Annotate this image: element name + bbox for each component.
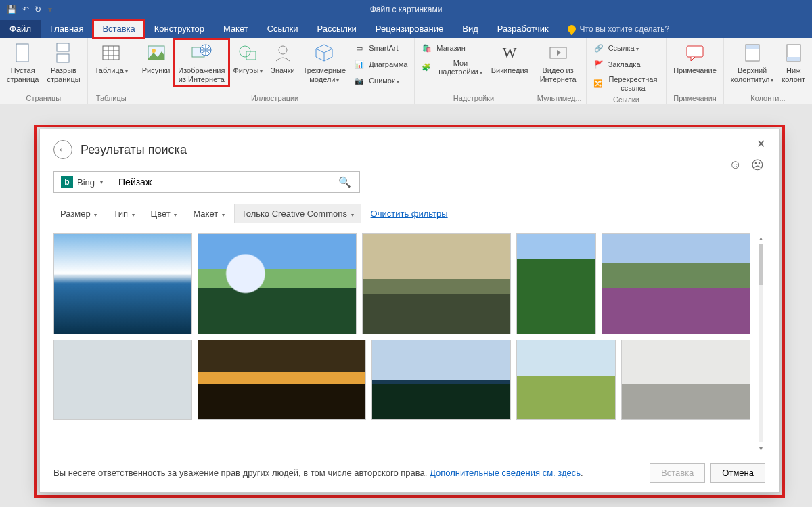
- filter-bar: Размер ▾ Тип ▾ Цвет ▾ Макет ▾ Только Cre…: [53, 204, 765, 223]
- svg-rect-4: [103, 46, 119, 60]
- shapes-button[interactable]: Фигуры▾: [230, 41, 265, 76]
- scroll-down-icon[interactable]: ▾: [759, 445, 763, 452]
- footer-label: Ниж колонт: [782, 66, 805, 83]
- online-video-button[interactable]: Видео из Интернета: [537, 41, 579, 85]
- header-button[interactable]: Верхний колонтитул▾: [728, 41, 777, 85]
- scroll-up-icon[interactable]: ▴: [759, 234, 763, 242]
- tab-developer[interactable]: Разработчик: [488, 20, 558, 38]
- link-button[interactable]: 🔗Ссылка▾: [591, 41, 662, 56]
- search-provider[interactable]: bBing▾: [53, 171, 110, 193]
- store-button[interactable]: 🛍️Магазин: [419, 41, 488, 56]
- result-thumb[interactable]: [362, 233, 511, 334]
- icons-button[interactable]: Значки: [268, 41, 297, 76]
- blank-page-label: Пустая страница: [7, 66, 39, 83]
- ribbon-tabs: Файл Главная Вставка Конструктор Макет С…: [0, 19, 812, 38]
- svg-point-15: [279, 46, 287, 54]
- tab-review[interactable]: Рецензирование: [366, 20, 453, 38]
- online-pictures-icon: [191, 42, 212, 64]
- filter-color[interactable]: Цвет ▾: [144, 204, 184, 223]
- svg-rect-1: [16, 44, 28, 62]
- store-icon: 🛍️: [422, 43, 432, 53]
- crossref-icon: 🔀: [593, 79, 603, 89]
- result-thumb[interactable]: [53, 233, 192, 334]
- screenshot-icon: 📷: [354, 75, 365, 86]
- group-headerfooter-label: Колонти...: [728, 93, 808, 102]
- icons-label: Значки: [271, 66, 294, 75]
- tab-file[interactable]: Файл: [0, 20, 41, 38]
- filter-size[interactable]: Размер ▾: [53, 204, 104, 223]
- tab-home[interactable]: Главная: [41, 20, 93, 38]
- search-box: 🔍: [110, 171, 360, 193]
- cancel-button[interactable]: Отмена: [710, 463, 765, 483]
- header-icon: [742, 42, 763, 64]
- result-thumb[interactable]: [516, 340, 616, 420]
- result-thumb[interactable]: [516, 233, 596, 334]
- result-thumb[interactable]: [198, 340, 366, 420]
- group-comments-label: Примечания: [671, 93, 719, 102]
- comment-button[interactable]: Примечание: [671, 41, 719, 76]
- screenshot-button[interactable]: 📷Снимок▾: [351, 73, 410, 88]
- crossref-button[interactable]: 🔀Перекрестная ссылка: [591, 73, 662, 94]
- footer-button[interactable]: Ниж колонт: [779, 41, 808, 85]
- tell-me[interactable]: Что вы хотите сделать?: [558, 20, 679, 38]
- qat-dropdown-icon[interactable]: ▾: [48, 5, 52, 14]
- result-thumb[interactable]: [621, 340, 750, 420]
- tab-layout[interactable]: Макет: [214, 20, 258, 38]
- feedback-happy-icon[interactable]: ☺: [729, 158, 742, 173]
- smartart-button[interactable]: ▭SmartArt: [351, 41, 410, 56]
- group-pages-label: Страницы: [4, 93, 83, 102]
- results-gallery: ▴ ▾: [53, 233, 765, 454]
- page-break-icon: [53, 42, 74, 64]
- clear-filters-link[interactable]: Очистить фильтры: [371, 208, 448, 219]
- scroll-track[interactable]: [759, 244, 763, 442]
- table-button[interactable]: Таблица▾: [92, 41, 131, 76]
- results-scrollbar[interactable]: ▴ ▾: [756, 233, 765, 454]
- bookmark-button[interactable]: 🚩Закладка: [591, 57, 662, 72]
- filter-cc[interactable]: Только Creative Commons ▾: [234, 204, 361, 223]
- pictures-button[interactable]: Рисунки: [139, 41, 173, 76]
- back-button[interactable]: ←: [53, 140, 72, 159]
- tab-view[interactable]: Вид: [453, 20, 488, 38]
- result-thumb[interactable]: [53, 340, 192, 420]
- footer-icon: [783, 42, 805, 64]
- search-input[interactable]: [116, 172, 336, 192]
- cube-icon: [313, 42, 335, 64]
- bookmark-icon: 🚩: [593, 59, 604, 70]
- blank-page-button[interactable]: Пустая страница: [4, 41, 41, 85]
- screenshot-label: Снимок▾: [369, 76, 399, 85]
- my-addins-button[interactable]: 🧩Мои надстройки▾: [419, 57, 488, 78]
- wikipedia-icon: W: [499, 42, 520, 64]
- 3d-models-button[interactable]: Трехмерные модели▾: [300, 41, 349, 85]
- my-addins-label: Мои надстройки▾: [435, 59, 485, 76]
- redo-icon[interactable]: ↻: [35, 5, 41, 14]
- feedback-sad-icon[interactable]: ☹: [751, 158, 764, 173]
- bulb-icon: [566, 24, 577, 35]
- result-thumb[interactable]: [371, 340, 510, 420]
- filter-layout[interactable]: Макет ▾: [186, 204, 231, 223]
- page-break-button[interactable]: Разрыв страницы: [44, 41, 83, 85]
- tab-design[interactable]: Конструктор: [145, 20, 214, 38]
- tab-mailings[interactable]: Рассылки: [307, 20, 365, 38]
- chevron-down-icon: ▾: [100, 179, 103, 185]
- result-thumb[interactable]: [198, 233, 356, 334]
- online-video-label: Видео из Интернета: [540, 66, 577, 83]
- filter-type[interactable]: Тип ▾: [106, 204, 141, 223]
- online-pictures-button[interactable]: Изображения из Интернета: [175, 41, 227, 85]
- group-links: 🔗Ссылка▾ 🚩Закладка 🔀Перекрестная ссылка …: [587, 38, 667, 104]
- blank-page-icon: [12, 42, 34, 64]
- search-icon[interactable]: 🔍: [336, 173, 354, 191]
- undo-icon[interactable]: ↶: [22, 5, 29, 14]
- result-thumb[interactable]: [602, 233, 750, 334]
- disclaimer-link[interactable]: Дополнительные сведения см. здесь: [430, 468, 581, 478]
- chart-button[interactable]: 📊Диаграмма: [351, 57, 410, 72]
- wikipedia-button[interactable]: WВикипедия: [491, 41, 528, 76]
- scroll-handle[interactable]: [759, 244, 763, 285]
- insert-button[interactable]: Вставка: [650, 463, 705, 483]
- table-label: Таблица▾: [95, 66, 128, 75]
- close-button[interactable]: ✕: [751, 135, 771, 153]
- group-addins-label: Надстройки: [419, 93, 528, 102]
- save-icon[interactable]: 💾: [7, 5, 17, 14]
- tab-references[interactable]: Ссылки: [258, 20, 308, 38]
- tab-insert[interactable]: Вставка: [93, 20, 144, 38]
- link-label: Ссылка▾: [608, 44, 639, 53]
